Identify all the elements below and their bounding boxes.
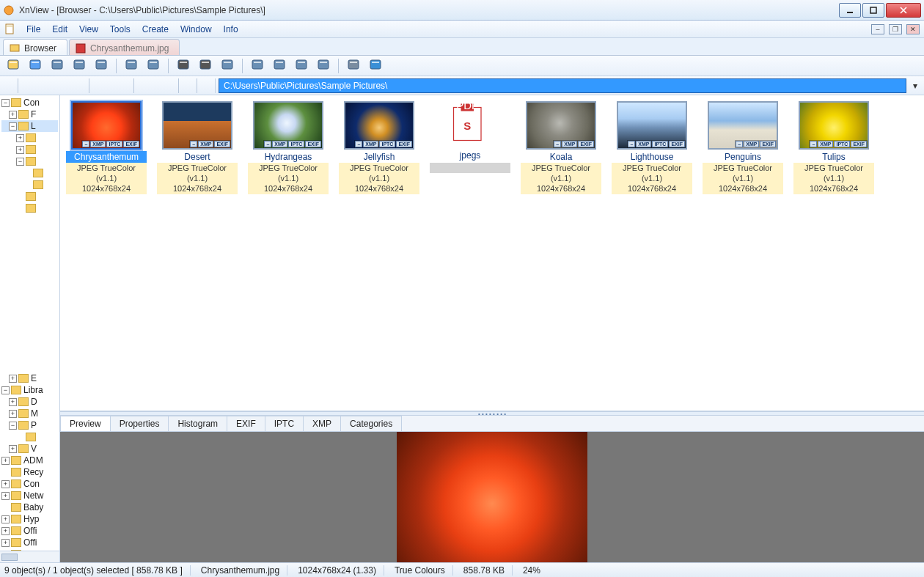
tree-expander-icon[interactable]: + (1, 527, 10, 535)
thumbnail-item[interactable]: –XMPIPTCEXIFJellyfishJPEG TrueColor (v1.… (339, 101, 419, 405)
slideshow-button[interactable] (249, 57, 266, 75)
tree-item[interactable] (1, 191, 58, 202)
view-mode-button[interactable] (137, 78, 149, 93)
tree-expander-icon[interactable]: − (16, 158, 24, 166)
tree-item[interactable]: +Hyp (1, 513, 58, 525)
thumbnail-grid[interactable]: –XMPIPTCEXIFChrysanthemumJPEG TrueColor … (60, 95, 924, 411)
menu-edit[interactable]: Edit (46, 23, 73, 36)
prev-page-button[interactable] (21, 78, 33, 93)
tree-expander-icon[interactable]: + (1, 480, 10, 488)
tree-item[interactable]: +V (1, 443, 58, 455)
tree-item[interactable]: +F (1, 109, 58, 120)
explorer-button[interactable] (3, 78, 15, 93)
tree-expander-icon[interactable]: + (9, 398, 17, 406)
thumbnail-item[interactable]: –XMPIPTCEXIFHydrangeasJPEG TrueColor (v1… (248, 101, 329, 405)
tree-item[interactable] (1, 202, 58, 214)
thumbnail-item[interactable]: –XMPEXIFPenguinsJPEG TrueColor (v1.1)102… (703, 101, 783, 405)
tree-expander-icon[interactable]: + (9, 111, 17, 119)
compare-button[interactable] (293, 57, 310, 75)
fullscreen-button[interactable] (26, 57, 44, 75)
bottom-tab-exif[interactable]: EXIF (227, 416, 265, 431)
tab-browser[interactable]: Browser (3, 39, 67, 55)
tree-expander-icon[interactable]: + (9, 375, 17, 383)
tree-expander-icon[interactable]: + (16, 134, 24, 142)
about-button[interactable] (367, 57, 384, 75)
tree-item[interactable]: +M (1, 408, 58, 419)
options-button[interactable] (315, 57, 332, 75)
mdi-restore-button[interactable]: ❐ (889, 24, 902, 34)
copy-to-button[interactable] (122, 57, 140, 75)
tree-expander-icon[interactable]: − (9, 122, 17, 131)
tree-expander-icon[interactable]: − (1, 99, 10, 107)
thumbnail-item[interactable]: –XMPEXIFDesertJPEG TrueColor (v1.1)1024x… (157, 101, 238, 405)
bottom-tab-xmp[interactable]: XMP (303, 416, 341, 431)
cut-button[interactable] (106, 78, 117, 93)
sort-button[interactable] (150, 78, 162, 93)
menu-info[interactable]: Info (218, 23, 244, 36)
tree-item[interactable]: +E (1, 372, 58, 384)
tree-item[interactable]: +D (1, 396, 58, 408)
next-page-button[interactable] (34, 78, 46, 93)
filter-button[interactable] (164, 78, 175, 93)
tree-expander-icon[interactable]: + (9, 445, 17, 453)
delete-button[interactable] (119, 78, 131, 93)
mdi-minimize-button[interactable]: – (871, 24, 884, 34)
tree-expander-icon[interactable]: − (9, 422, 17, 430)
up-button[interactable] (74, 78, 86, 93)
tree-item[interactable]: −Con (1, 97, 58, 109)
bottom-tab-categories[interactable]: Categories (340, 416, 402, 431)
print-button[interactable] (197, 57, 214, 75)
tree-item[interactable]: Baby (1, 501, 58, 513)
tree-item[interactable]: − (1, 155, 58, 167)
window-maximize-button[interactable] (862, 3, 884, 18)
tree-item[interactable]: −Libra (1, 384, 58, 396)
address-dropdown-button[interactable]: ▾ (909, 81, 921, 91)
tree-item[interactable] (1, 167, 58, 179)
convert-button[interactable] (92, 57, 110, 75)
refresh-button[interactable] (182, 78, 194, 93)
thumbnail-item[interactable]: SPDFjpegs (430, 101, 510, 405)
move-to-button[interactable] (144, 57, 162, 75)
webpage-button[interactable] (271, 57, 288, 75)
tree-item[interactable]: +ADM (1, 455, 58, 466)
new-folder-button[interactable] (92, 78, 104, 93)
tree-item[interactable] (1, 431, 58, 443)
tree-item[interactable]: +Con (1, 478, 58, 490)
forward-button[interactable] (61, 78, 73, 93)
search-button[interactable] (175, 57, 192, 75)
bottom-tab-properties[interactable]: Properties (110, 416, 169, 431)
folder-tree[interactable]: −Con+F−L++−+E−Libra+D+M−P+V+ADMRecy+Con+… (0, 95, 60, 562)
refresh-cw-button[interactable] (70, 57, 88, 75)
tree-expander-icon[interactable]: + (1, 457, 10, 465)
bottom-tab-iptc[interactable]: IPTC (265, 416, 304, 431)
tree-item[interactable]: +Offi (1, 537, 58, 548)
tree-item[interactable]: −P (1, 419, 58, 431)
back-button[interactable] (48, 78, 59, 93)
thumbnail-item[interactable]: –XMPIPTCEXIFTulipsJPEG TrueColor (v1.1)1… (793, 101, 874, 405)
window-minimize-button[interactable] (839, 3, 861, 18)
menu-tools[interactable]: Tools (104, 23, 136, 36)
thumbnail-item[interactable]: –XMPEXIFKoalaJPEG TrueColor (v1.1)1024x7… (521, 101, 601, 405)
refresh-ccw-button[interactable] (48, 57, 66, 75)
tree-expander-icon[interactable]: + (9, 410, 17, 418)
thumbnail-item[interactable]: –XMPIPTCEXIFLighthouseJPEG TrueColor (v1… (612, 101, 692, 405)
tree-item[interactable]: + (1, 132, 58, 144)
tree-item[interactable]: +Netw (1, 490, 58, 501)
bottom-tab-histogram[interactable]: Histogram (168, 416, 227, 431)
tree-expander-icon[interactable]: + (1, 492, 10, 500)
tree-expander-icon[interactable]: + (16, 146, 24, 154)
thumbnail-item[interactable]: –XMPIPTCEXIFChrysanthemumJPEG TrueColor … (66, 101, 147, 405)
bottom-tab-preview[interactable]: Preview (60, 416, 111, 431)
tree-item[interactable]: +Offi (1, 525, 58, 537)
window-close-button[interactable] (886, 3, 921, 18)
tree-horizontal-scrollbar[interactable] (0, 551, 59, 562)
favorites-button[interactable] (200, 78, 212, 93)
menu-create[interactable]: Create (136, 23, 175, 36)
tree-item[interactable]: Recy (1, 466, 58, 478)
settings-button[interactable] (345, 57, 362, 75)
mdi-close-button[interactable]: ✕ (906, 24, 920, 34)
open-button[interactable] (4, 57, 22, 75)
menu-file[interactable]: File (21, 23, 46, 36)
tab-chrysanthemum-jpg[interactable]: Chrysanthemum.jpg (69, 39, 180, 55)
tree-expander-icon[interactable]: + (1, 539, 10, 547)
